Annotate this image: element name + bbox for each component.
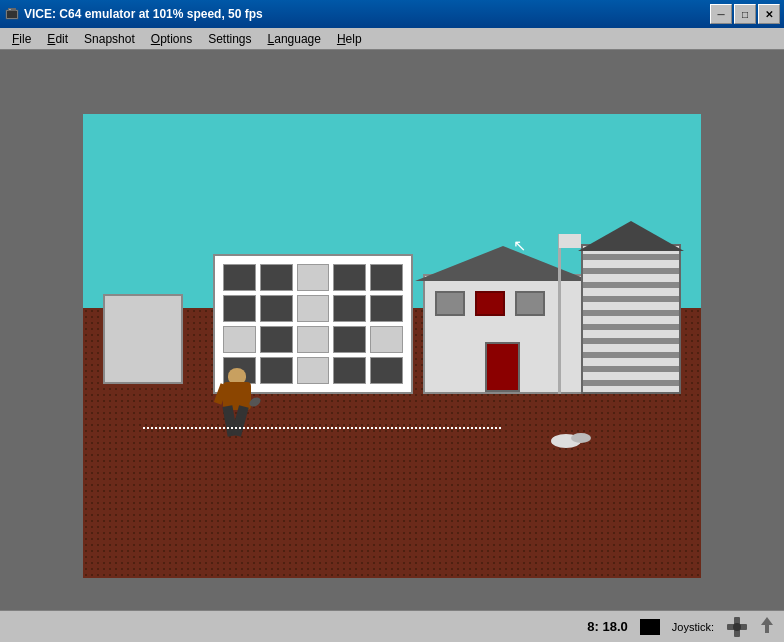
buildings — [83, 234, 701, 434]
menu-snapshot[interactable]: Snapshot — [76, 29, 143, 49]
restore-button[interactable]: □ — [734, 4, 756, 24]
menu-settings[interactable]: Settings — [200, 29, 259, 49]
app-icon — [4, 6, 20, 22]
title-buttons: ─ □ ✕ — [710, 4, 780, 24]
main-area: ↖ 8: 18.0 Joystick: — [0, 50, 784, 642]
score-display: 8: 18.0 — [587, 619, 627, 634]
house-roof — [415, 246, 591, 281]
building-far-left — [103, 294, 183, 384]
menu-language[interactable]: Language — [260, 29, 329, 49]
menu-bar: File Edit Snapshot Options Settings Lang… — [0, 28, 784, 50]
svg-point-6 — [733, 623, 741, 631]
title-bar: VICE: C64 emulator at 101% speed, 50 fps… — [0, 0, 784, 28]
arrow-icon — [760, 616, 774, 637]
svg-marker-7 — [761, 617, 773, 633]
close-button[interactable]: ✕ — [758, 4, 780, 24]
player-character — [213, 368, 263, 448]
color-indicator — [640, 619, 660, 635]
svg-rect-3 — [9, 9, 11, 10]
flag — [559, 234, 581, 248]
menu-help[interactable]: Help — [329, 29, 370, 49]
joystick-icon — [726, 616, 748, 638]
joystick-label: Joystick: — [672, 621, 714, 633]
menu-edit[interactable]: Edit — [39, 29, 76, 49]
minimize-button[interactable]: ─ — [710, 4, 732, 24]
svg-rect-1 — [7, 11, 17, 18]
building-right — [581, 244, 681, 394]
mouse-cursor: ↖ — [513, 236, 526, 255]
menu-options[interactable]: Options — [143, 29, 200, 49]
menu-file[interactable]: File — [4, 29, 39, 49]
house-door — [485, 342, 520, 392]
status-bar: 8: 18.0 Joystick: — [0, 610, 784, 642]
debris-group — [551, 428, 601, 448]
game-screen: ↖ — [83, 114, 701, 578]
path-marking — [143, 427, 501, 430]
flagpole — [558, 234, 561, 394]
title-text: VICE: C64 emulator at 101% speed, 50 fps — [24, 7, 710, 21]
